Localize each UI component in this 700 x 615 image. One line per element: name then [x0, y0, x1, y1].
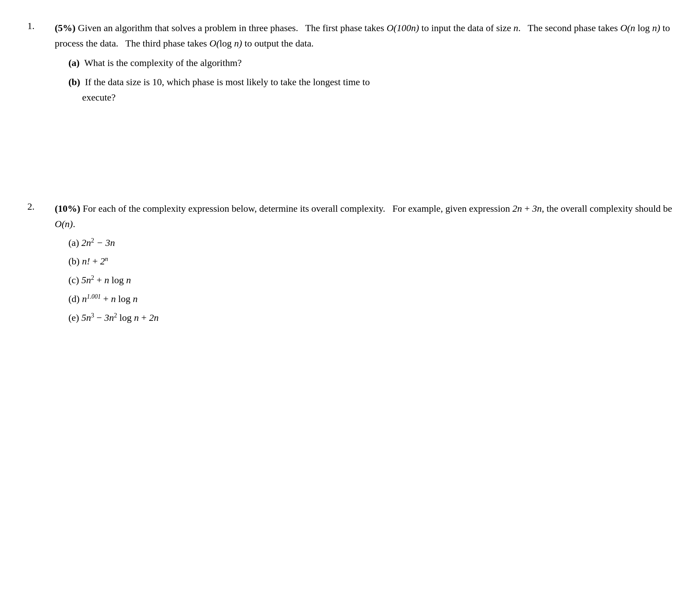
- question-1-text: (5%) Given an algorithm that solves a pr…: [55, 21, 673, 51]
- question-1-number: 1.: [27, 21, 55, 105]
- question-2-item-b: (b) n! + 2n: [68, 254, 673, 269]
- question-2: 2. (10%) For each of the complexity expr…: [27, 201, 673, 326]
- question-2-text: (10%) For each of the complexity express…: [55, 201, 673, 232]
- question-1: 1. (5%) Given an algorithm that solves a…: [27, 21, 673, 105]
- question-2-content: (10%) For each of the complexity express…: [55, 201, 673, 326]
- spacer-1: [27, 126, 673, 201]
- question-2-item-e: (e) 5n3 − 3n2 log n + 2n: [68, 310, 673, 326]
- question-2-item-a: (a) 2n2 − 3n: [68, 235, 673, 251]
- question-2-item-d: (d) n1.001 + n log n: [68, 291, 673, 307]
- question-2-number: 2.: [27, 201, 55, 326]
- question-1-points: (5%): [55, 23, 76, 33]
- question-2-item-c: (c) 5n2 + n log n: [68, 273, 673, 288]
- question-1-content: (5%) Given an algorithm that solves a pr…: [55, 21, 673, 105]
- question-1-sub-b-cont: execute?: [82, 90, 673, 105]
- question-2-list: (a) 2n2 − 3n (b) n! + 2n (c) 5n2 + n log…: [68, 235, 673, 326]
- question-1-sub-b: (b) If the data size is 10, which phase …: [68, 75, 673, 90]
- question-1-sub-a: (a) What is the complexity of the algori…: [68, 55, 673, 71]
